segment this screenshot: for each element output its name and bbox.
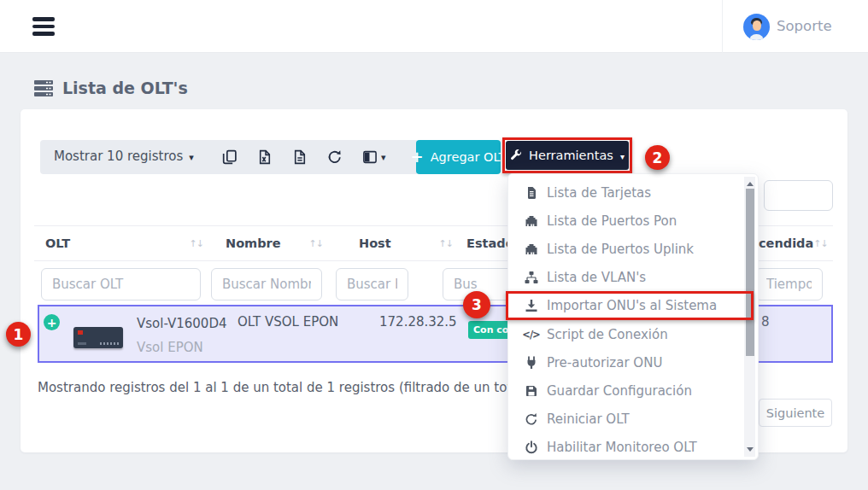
annotation-step-2: 2 [645,145,670,170]
page-title: Lista de OLT's [34,79,188,97]
olt-model: Vsol-V1600D4 [137,316,226,331]
menu-item-pre-autorizar-onu[interactable]: Pre-autorizar ONU [508,348,758,376]
sim-card-icon [524,186,538,200]
pagination-next-button[interactable]: Siguiente [759,399,832,427]
wrench-icon [510,149,522,161]
sort-icon: ↑↓ [309,238,323,249]
ethernet-port-icon [524,242,538,256]
table-toolbar: Mostrar 10 registros▾ ▾ [40,140,417,174]
power-icon [524,440,538,454]
excel-export-icon[interactable] [257,149,273,165]
code-icon: </> [524,328,538,341]
tiempo-encendida-value: 8 [761,314,770,330]
top-navbar: Soporte [0,0,868,53]
olt-type: Vsol EPON [137,340,203,355]
column-header-host[interactable]: Host↑↓ [359,235,453,252]
ethernet-port-icon [524,214,538,228]
device-vents [100,342,119,345]
save-icon [524,384,538,398]
olt-host: 172.28.32.5 [379,314,457,330]
filter-host-input[interactable] [336,268,408,300]
caret-down-icon: ▾ [189,152,194,163]
server-icon [34,80,54,96]
tools-dropdown-menu: Lista de Tarjetas Lista de Puertos Pon L… [507,173,759,460]
file-export-icon[interactable] [292,149,308,165]
plug-icon [524,356,538,370]
avatar-body [749,34,764,40]
menu-item-reiniciar-olt[interactable]: Reiniciar OLT [508,405,758,434]
menu-item-lista-de-puertos-uplink[interactable]: Lista de Puertos Uplink [508,235,758,263]
filter-nombre-input[interactable] [211,268,322,300]
menu-toggle-icon[interactable] [32,17,55,36]
olt-nombre: OLT VSOL EPON [238,314,338,330]
table-info-text: Mostrando registros del 1 al 1 de un tot… [38,380,581,395]
scroll-up-icon[interactable] [747,182,754,186]
annotation-step-3: 3 [463,291,490,318]
device-logo [78,330,83,335]
user-menu-label[interactable]: Soporte [777,18,832,34]
divider [722,0,723,53]
caret-down-icon[interactable]: ▾ [381,152,386,163]
copy-icon[interactable] [222,149,238,165]
menu-item-importar-onus-al-sistema[interactable]: Importar ONU's al Sistema [508,292,758,320]
expand-row-icon[interactable]: + [44,314,60,330]
sort-icon: ↑↓ [190,238,203,249]
plus-icon: + [411,149,424,165]
avatar[interactable] [743,14,770,40]
filter-tiempo-input[interactable] [755,268,823,300]
show-entries-select[interactable]: Mostrar 10 registros▾ [54,149,194,164]
dropdown-scrollbar[interactable] [744,177,755,457]
column-header-nombre[interactable]: Nombre↑↓ [226,235,323,252]
scrollbar-thumb[interactable] [746,189,754,356]
refresh-icon[interactable] [327,149,343,165]
menu-item-lista-de-puertos-pon[interactable]: Lista de Puertos Pon [508,207,758,235]
column-header-tiempo-encendida[interactable]: cendida↑↓ [759,235,824,252]
download-icon [524,299,538,312]
screen: Soporte Lista de OLT's Mostrar 10 regist… [0,0,868,490]
annotation-step-1: 1 [6,322,31,347]
global-search-input[interactable] [764,180,833,211]
sitemap-icon [524,271,538,284]
tools-dropdown-button[interactable]: Herramientas ▾ [506,141,629,170]
avatar-face [753,20,761,31]
column-visibility-icon[interactable] [362,149,378,165]
menu-item-habilitar-monitoreo-olt[interactable]: Habilitar Monitoreo OLT [508,434,758,462]
caret-down-icon: ▾ [620,152,625,161]
olt-device-image [73,327,123,348]
refresh-icon [524,412,538,426]
menu-item-lista-de-vlans[interactable]: Lista de VLAN's [508,264,758,292]
filter-olt-input[interactable] [41,268,201,300]
scroll-down-icon[interactable] [747,447,754,452]
column-header-olt[interactable]: OLT↑↓ [45,235,203,252]
add-olt-button[interactable]: + Agregar OLT [416,140,501,174]
menu-item-script-de-conexion[interactable]: </> Script de Conexión [508,320,758,348]
sort-icon: ↑↓ [439,238,453,249]
sort-icon: ↑↓ [813,238,827,249]
device-led [78,342,86,345]
menu-item-lista-de-tarjetas[interactable]: Lista de Tarjetas [508,178,758,207]
page-title-text: Lista de OLT's [62,79,188,97]
menu-item-guardar-configuracion[interactable]: Guardar Configuración [508,376,758,405]
